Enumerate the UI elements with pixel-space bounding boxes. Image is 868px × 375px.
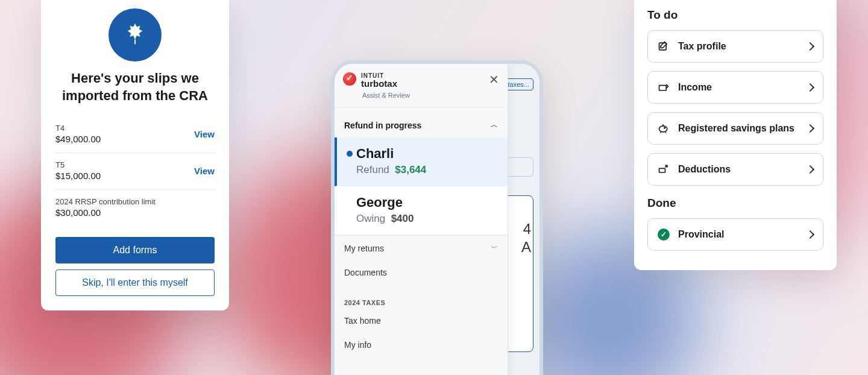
todo-label: Tax profile: [678, 41, 726, 52]
cra-import-card: Here's your slips we imported from the C…: [41, 0, 229, 310]
chevron-up-icon: ︿: [491, 120, 498, 130]
todo-tax-profile[interactable]: Tax profile: [647, 30, 823, 63]
maple-leaf-icon: [108, 8, 162, 61]
add-forms-button[interactable]: Add forms: [55, 237, 215, 263]
todo-savings[interactable]: Registered savings plans: [647, 112, 823, 145]
refund-section-label: Refund in progress: [344, 121, 421, 130]
chevron-down-icon: ﹀: [491, 243, 498, 253]
nav-label: My returns: [344, 244, 384, 253]
slip-amount: $30,000.00: [55, 207, 156, 218]
skip-button[interactable]: Skip, I'll enter this myself: [55, 269, 215, 296]
check-circle-icon: ✓: [658, 228, 670, 241]
person-name: Charli: [356, 146, 495, 162]
product-subtitle: Assist & Review: [335, 92, 508, 99]
todo-deductions[interactable]: Deductions: [647, 153, 823, 186]
nav-label: Tax home: [344, 316, 381, 326]
chevron-right-icon: [806, 165, 814, 174]
slip-row-rrsp: 2024 RRSP contribution limit $30,000.00: [55, 190, 215, 226]
svg-point-3: [664, 127, 665, 128]
tasks-card: To do Tax profile Income Registered savi…: [634, 0, 837, 270]
slip-row-t4: T4 $49,000.00 View: [55, 116, 215, 153]
peek-text: A: [521, 239, 531, 256]
nav-my-returns[interactable]: My returns ﹀: [335, 235, 508, 260]
cra-title: Here's your slips we imported from the C…: [55, 70, 215, 104]
chevron-right-icon: [806, 42, 814, 51]
slip-row-t5: T5 $15,000.00 View: [55, 153, 215, 190]
phone-sidebar: INTUIT turbotax ✕ Assist & Review Refund…: [335, 64, 508, 375]
turbotax-logo-icon: [343, 72, 356, 86]
chevron-right-icon: [806, 230, 814, 239]
owing-amount: $400: [391, 213, 414, 224]
view-link-t4[interactable]: View: [194, 129, 215, 139]
brand-turbotax: turbotax: [361, 79, 397, 88]
deductions-icon: [658, 163, 670, 175]
nav-documents[interactable]: Documents: [335, 260, 508, 285]
todo-label: Deductions: [678, 164, 731, 175]
slip-amount: $15,000.00: [55, 171, 101, 181]
peek-text: 4: [523, 221, 531, 238]
close-icon[interactable]: ✕: [489, 72, 499, 87]
person-row-charli[interactable]: Charli Refund $3,644: [335, 137, 508, 186]
tax-year-label: 2024 TAXES: [335, 285, 508, 309]
piggy-bank-icon: [658, 122, 670, 134]
nav-label: Documents: [344, 268, 387, 277]
edit-icon: [658, 40, 670, 52]
refund-section-header[interactable]: Refund in progress ︿: [335, 107, 508, 137]
todo-label: Registered savings plans: [678, 123, 794, 134]
slip-label: T4: [55, 124, 101, 133]
svg-rect-4: [659, 168, 665, 172]
nav-my-info[interactable]: My info: [335, 333, 508, 357]
refund-amount: $3,644: [395, 164, 426, 175]
slip-label: 2024 RRSP contribution limit: [55, 197, 156, 206]
slip-label: T5: [55, 160, 101, 169]
svg-point-2: [659, 126, 667, 132]
todo-label: Income: [678, 82, 712, 93]
todo-income[interactable]: Income: [647, 71, 823, 104]
done-label: Provincial: [678, 229, 724, 240]
done-provincial[interactable]: ✓ Provincial: [647, 218, 823, 251]
person-name: George: [356, 195, 495, 210]
income-icon: [658, 81, 670, 93]
person-row-george[interactable]: George Owing $400: [335, 186, 508, 235]
todo-title: To do: [647, 8, 823, 22]
slip-amount: $49,000.00: [55, 134, 101, 144]
phone-mockup: taxes... 4 A INTUIT turbotax ✕ Assist & …: [331, 60, 543, 375]
done-title: Done: [647, 197, 823, 210]
nav-tax-home[interactable]: Tax home: [335, 309, 508, 333]
chevron-right-icon: [806, 83, 814, 92]
view-link-t5[interactable]: View: [194, 166, 215, 176]
status-label: Owing: [356, 213, 385, 224]
nav-label: My info: [344, 340, 371, 350]
status-label: Refund: [356, 164, 389, 175]
svg-rect-1: [659, 86, 667, 90]
chevron-right-icon: [806, 124, 814, 133]
